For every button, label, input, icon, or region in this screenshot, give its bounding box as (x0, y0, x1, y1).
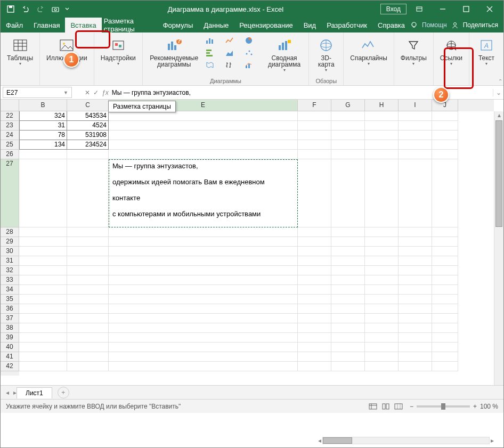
cell[interactable] (109, 131, 298, 140)
maximize-icon[interactable] (456, 2, 477, 17)
cell[interactable] (67, 237, 109, 247)
cell[interactable] (365, 131, 399, 140)
filters-button[interactable]: Фильтры ▾ (397, 35, 430, 68)
cell[interactable] (331, 111, 365, 121)
cell[interactable] (432, 285, 458, 295)
close-icon[interactable] (479, 2, 500, 17)
chart-pie-icon[interactable] (243, 35, 256, 46)
cell[interactable] (298, 314, 331, 323)
tab-layout[interactable]: Разметка страницы (102, 18, 158, 32)
cell[interactable] (399, 140, 432, 150)
cell[interactable] (109, 121, 298, 131)
cell[interactable] (365, 150, 399, 159)
cell[interactable] (432, 266, 458, 275)
cell[interactable] (365, 285, 399, 295)
cell[interactable] (298, 150, 331, 159)
column-header[interactable]: C (67, 100, 109, 111)
cell[interactable] (399, 159, 432, 227)
cell[interactable] (331, 266, 365, 275)
cell[interactable] (19, 256, 67, 266)
pivot-chart-button[interactable]: Сводная диаграмма ▾ (263, 35, 305, 75)
cell[interactable] (331, 314, 365, 323)
cell[interactable]: 4524 (67, 121, 109, 131)
text-box[interactable]: Мы — группа энтузиастов, одержимых идеей… (109, 159, 298, 227)
cell[interactable] (331, 131, 365, 140)
cell[interactable] (298, 323, 331, 333)
cell[interactable] (67, 227, 109, 237)
share-button[interactable]: Поделиться (463, 21, 498, 29)
row-header[interactable]: 23 (1, 121, 19, 131)
name-box[interactable]: E27 ▼ (3, 87, 72, 98)
tab-developer[interactable]: Разработчик (321, 18, 372, 32)
cell[interactable] (109, 275, 298, 285)
cell[interactable] (432, 256, 458, 266)
save-icon[interactable] (4, 2, 18, 17)
cell[interactable] (331, 227, 365, 237)
cells-area[interactable]: 32454353431452478531908134234524Мы — гру… (19, 111, 494, 376)
links-button[interactable]: Ссылки ▾ (437, 35, 466, 68)
cell[interactable] (67, 333, 109, 343)
cell[interactable] (432, 362, 458, 371)
chart-area-icon[interactable] (223, 47, 236, 59)
addins-button[interactable]: Надстройки ▾ (97, 35, 139, 68)
cell[interactable] (432, 275, 458, 285)
horizontal-scrollbar[interactable]: ◂ ▸ (318, 436, 494, 445)
cell[interactable] (365, 275, 399, 285)
row-header[interactable]: 32 (1, 266, 19, 275)
cell[interactable] (399, 266, 432, 275)
row-header[interactable]: 25 (1, 140, 19, 150)
cell[interactable] (19, 285, 67, 295)
row-header[interactable]: 26 (1, 150, 19, 159)
cell[interactable] (399, 323, 432, 333)
qat-dropdown-icon[interactable] (63, 2, 71, 17)
cell[interactable] (365, 140, 399, 150)
cell[interactable] (109, 323, 298, 333)
cell[interactable] (67, 362, 109, 371)
cell[interactable] (365, 304, 399, 314)
cell[interactable] (432, 131, 458, 140)
row-header[interactable]: 34 (1, 285, 19, 295)
cell[interactable] (19, 247, 67, 256)
cell[interactable] (432, 295, 458, 304)
cell[interactable] (67, 159, 109, 227)
cell[interactable] (331, 362, 365, 371)
cell[interactable] (365, 333, 399, 343)
cell[interactable] (365, 111, 399, 121)
cell[interactable]: 543534 (67, 111, 109, 121)
cell[interactable] (109, 111, 298, 121)
column-header[interactable]: I (399, 100, 432, 111)
cell[interactable] (399, 247, 432, 256)
cell[interactable] (399, 295, 432, 304)
row-header[interactable]: 29 (1, 237, 19, 247)
cell[interactable] (298, 140, 331, 150)
cell[interactable] (331, 323, 365, 333)
cell[interactable] (399, 285, 432, 295)
cell[interactable] (67, 266, 109, 275)
cell[interactable] (19, 352, 67, 362)
cell[interactable] (365, 362, 399, 371)
cell[interactable]: 531908 (67, 131, 109, 140)
cell[interactable] (365, 352, 399, 362)
cell[interactable] (109, 304, 298, 314)
enter-icon[interactable]: ✓ (93, 89, 99, 96)
cell[interactable] (331, 304, 365, 314)
cell[interactable] (298, 362, 331, 371)
cell[interactable] (298, 237, 331, 247)
cell[interactable] (67, 304, 109, 314)
select-all-corner[interactable] (1, 100, 19, 111)
cell[interactable] (298, 256, 331, 266)
add-sheet-button[interactable]: + (58, 387, 69, 398)
cell[interactable] (331, 285, 365, 295)
sparklines-button[interactable]: Спарклайны ▾ (347, 35, 391, 68)
cell[interactable] (331, 256, 365, 266)
cell[interactable] (19, 314, 67, 323)
login-button[interactable]: Вход (380, 4, 407, 14)
zoom-out-button[interactable]: − (410, 403, 413, 410)
cell[interactable] (19, 237, 67, 247)
chart-combo-icon[interactable] (243, 59, 256, 71)
cell[interactable] (365, 266, 399, 275)
cell[interactable] (399, 314, 432, 323)
cell[interactable] (365, 295, 399, 304)
cell[interactable] (67, 295, 109, 304)
camera-icon[interactable] (48, 2, 62, 17)
